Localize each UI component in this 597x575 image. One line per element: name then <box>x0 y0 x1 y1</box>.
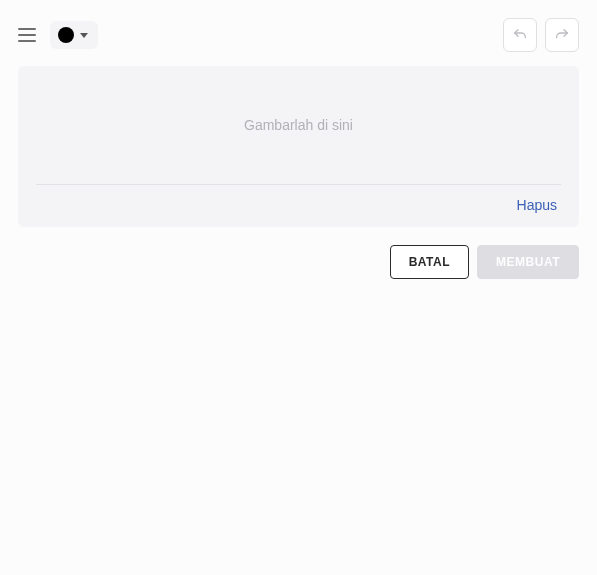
undo-button[interactable] <box>503 18 537 52</box>
toolbar-right <box>503 18 579 52</box>
drawing-dialog: Gambarlah di sini Hapus BATAL MEMBUAT <box>0 0 597 575</box>
canvas-footer: Hapus <box>36 185 561 215</box>
menu-button[interactable] <box>18 28 36 42</box>
canvas-placeholder-text: Gambarlah di sini <box>244 117 353 133</box>
drawing-canvas[interactable]: Gambarlah di sini <box>36 66 561 184</box>
color-picker-button[interactable] <box>50 21 98 49</box>
create-button[interactable]: MEMBUAT <box>477 245 579 279</box>
undo-icon <box>512 27 528 43</box>
menu-icon-bar <box>18 40 36 42</box>
color-swatch-icon <box>58 27 74 43</box>
toolbar-left <box>18 21 98 49</box>
clear-button[interactable]: Hapus <box>513 195 561 215</box>
redo-button[interactable] <box>545 18 579 52</box>
drawing-canvas-card: Gambarlah di sini Hapus <box>18 66 579 227</box>
cancel-button[interactable]: BATAL <box>390 245 469 279</box>
chevron-down-icon <box>80 33 88 38</box>
menu-icon-bar <box>18 28 36 30</box>
redo-icon <box>554 27 570 43</box>
menu-icon-bar <box>18 34 36 36</box>
dialog-actions: BATAL MEMBUAT <box>0 227 597 297</box>
toolbar <box>0 0 597 66</box>
